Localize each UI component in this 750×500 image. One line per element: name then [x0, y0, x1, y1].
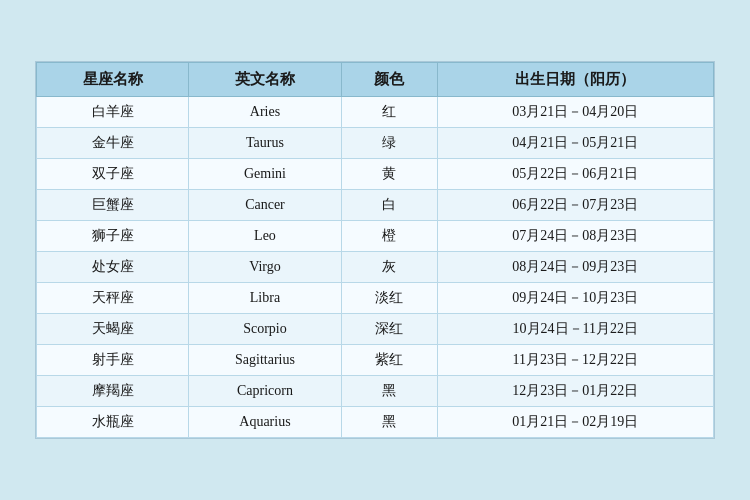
table-row: 处女座Virgo灰08月24日－09月23日 — [37, 252, 714, 283]
cell-chinese-name: 射手座 — [37, 345, 189, 376]
table-row: 金牛座Taurus绿04月21日－05月21日 — [37, 128, 714, 159]
cell-dates: 08月24日－09月23日 — [437, 252, 713, 283]
cell-color: 紫红 — [341, 345, 437, 376]
cell-color: 淡红 — [341, 283, 437, 314]
cell-dates: 04月21日－05月21日 — [437, 128, 713, 159]
cell-color: 黑 — [341, 407, 437, 438]
cell-english-name: Aquarius — [189, 407, 341, 438]
table-row: 天蝎座Scorpio深红10月24日－11月22日 — [37, 314, 714, 345]
cell-english-name: Aries — [189, 97, 341, 128]
header-english-name: 英文名称 — [189, 63, 341, 97]
zodiac-table-container: 星座名称 英文名称 颜色 出生日期（阳历） 白羊座Aries红03月21日－04… — [35, 61, 715, 439]
cell-color: 黑 — [341, 376, 437, 407]
table-row: 狮子座Leo橙07月24日－08月23日 — [37, 221, 714, 252]
cell-dates: 11月23日－12月22日 — [437, 345, 713, 376]
cell-color: 白 — [341, 190, 437, 221]
cell-color: 绿 — [341, 128, 437, 159]
cell-chinese-name: 狮子座 — [37, 221, 189, 252]
zodiac-table: 星座名称 英文名称 颜色 出生日期（阳历） 白羊座Aries红03月21日－04… — [36, 62, 714, 438]
cell-chinese-name: 摩羯座 — [37, 376, 189, 407]
cell-chinese-name: 白羊座 — [37, 97, 189, 128]
cell-english-name: Sagittarius — [189, 345, 341, 376]
table-row: 水瓶座Aquarius黑01月21日－02月19日 — [37, 407, 714, 438]
table-row: 摩羯座Capricorn黑12月23日－01月22日 — [37, 376, 714, 407]
cell-english-name: Virgo — [189, 252, 341, 283]
cell-dates: 03月21日－04月20日 — [437, 97, 713, 128]
table-row: 天秤座Libra淡红09月24日－10月23日 — [37, 283, 714, 314]
cell-dates: 10月24日－11月22日 — [437, 314, 713, 345]
cell-color: 橙 — [341, 221, 437, 252]
header-chinese-name: 星座名称 — [37, 63, 189, 97]
cell-color: 深红 — [341, 314, 437, 345]
table-body: 白羊座Aries红03月21日－04月20日金牛座Taurus绿04月21日－0… — [37, 97, 714, 438]
cell-chinese-name: 金牛座 — [37, 128, 189, 159]
cell-english-name: Taurus — [189, 128, 341, 159]
table-row: 双子座Gemini黄05月22日－06月21日 — [37, 159, 714, 190]
cell-english-name: Leo — [189, 221, 341, 252]
cell-english-name: Gemini — [189, 159, 341, 190]
cell-english-name: Capricorn — [189, 376, 341, 407]
cell-dates: 01月21日－02月19日 — [437, 407, 713, 438]
cell-english-name: Scorpio — [189, 314, 341, 345]
cell-dates: 12月23日－01月22日 — [437, 376, 713, 407]
cell-color: 黄 — [341, 159, 437, 190]
cell-english-name: Libra — [189, 283, 341, 314]
cell-chinese-name: 天蝎座 — [37, 314, 189, 345]
table-row: 射手座Sagittarius紫红11月23日－12月22日 — [37, 345, 714, 376]
cell-dates: 07月24日－08月23日 — [437, 221, 713, 252]
header-dates: 出生日期（阳历） — [437, 63, 713, 97]
cell-color: 红 — [341, 97, 437, 128]
cell-dates: 06月22日－07月23日 — [437, 190, 713, 221]
cell-chinese-name: 双子座 — [37, 159, 189, 190]
cell-chinese-name: 水瓶座 — [37, 407, 189, 438]
table-header-row: 星座名称 英文名称 颜色 出生日期（阳历） — [37, 63, 714, 97]
cell-dates: 09月24日－10月23日 — [437, 283, 713, 314]
header-color: 颜色 — [341, 63, 437, 97]
cell-english-name: Cancer — [189, 190, 341, 221]
cell-chinese-name: 天秤座 — [37, 283, 189, 314]
cell-dates: 05月22日－06月21日 — [437, 159, 713, 190]
cell-color: 灰 — [341, 252, 437, 283]
cell-chinese-name: 处女座 — [37, 252, 189, 283]
table-row: 巨蟹座Cancer白06月22日－07月23日 — [37, 190, 714, 221]
cell-chinese-name: 巨蟹座 — [37, 190, 189, 221]
table-row: 白羊座Aries红03月21日－04月20日 — [37, 97, 714, 128]
